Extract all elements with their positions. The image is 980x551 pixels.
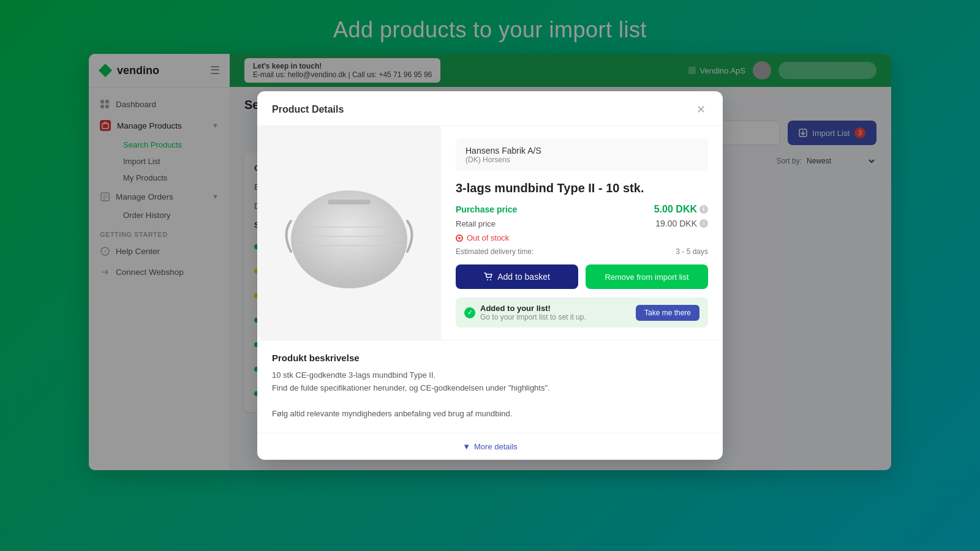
svg-point-17 — [487, 279, 488, 280]
added-title: Added to your list! — [480, 304, 586, 313]
out-of-stock-icon — [456, 234, 463, 242]
purchase-price-label: Purchase price — [456, 204, 517, 214]
modal-product-info: Hansens Fabrik A/S (DK) Horsens 3-lags m… — [441, 126, 723, 340]
added-text: Added to your list! Go to your import li… — [480, 304, 586, 321]
check-icon: ✓ — [464, 307, 475, 318]
svg-point-18 — [490, 279, 491, 280]
modal-supplier-box: Hansens Fabrik A/S (DK) Horsens — [456, 138, 708, 171]
retail-price-value: 19.00 DKK i — [655, 219, 708, 228]
svg-point-11 — [291, 190, 407, 288]
product-details-modal: Product Details ✕ — [257, 91, 723, 459]
modal-overlay[interactable]: Product Details ✕ — [0, 0, 980, 551]
retail-info-icon[interactable]: i — [699, 219, 708, 228]
remove-import-label: Remove from import list — [605, 272, 688, 282]
modal-body: Hansens Fabrik A/S (DK) Horsens 3-lags m… — [257, 126, 723, 340]
desc-text: 10 stk CE-godkendte 3-lags mundbind Type… — [272, 369, 708, 420]
modal-product-image-area — [257, 126, 441, 340]
out-of-stock-indicator: Out of stock — [456, 233, 708, 242]
remove-from-import-button[interactable]: Remove from import list — [586, 264, 708, 289]
add-to-basket-button[interactable]: Add to basket — [456, 264, 578, 289]
modal-description: Produkt beskrivelse 10 stk CE-godkendte … — [257, 340, 723, 432]
more-details-button[interactable]: ▼ More details — [257, 433, 723, 460]
svg-rect-15 — [328, 200, 371, 204]
modal-product-title: 3-lags mundbind Type II - 10 stk. — [456, 181, 708, 195]
delivery-value: 3 - 5 days — [676, 247, 708, 256]
take-me-there-button[interactable]: Take me there — [636, 305, 699, 321]
basket-icon — [484, 272, 492, 281]
chevron-down-icon: ▼ — [462, 442, 470, 451]
purchase-price-row: Purchase price 5.00 DKK i — [456, 204, 708, 215]
svg-point-16 — [458, 237, 461, 239]
modal-close-button[interactable]: ✕ — [693, 102, 708, 117]
added-left: ✓ Added to your list! Go to your import … — [464, 304, 586, 321]
purchase-info-icon[interactable]: i — [699, 205, 708, 214]
delivery-row: Estimated delivery time: 3 - 5 days — [456, 247, 708, 256]
delivery-label: Estimated delivery time: — [456, 247, 533, 256]
more-details-label: More details — [474, 442, 518, 451]
add-to-basket-label: Add to basket — [497, 272, 550, 282]
retail-price-label: Retail price — [456, 219, 496, 228]
retail-price-row: Retail price 19.00 DKK i — [456, 219, 708, 228]
purchase-price-value: 5.00 DKK i — [654, 204, 708, 215]
modal-supplier-location: (DK) Horsens — [466, 156, 698, 164]
added-to-list-banner: ✓ Added to your list! Go to your import … — [456, 298, 708, 328]
modal-supplier-name: Hansens Fabrik A/S — [466, 146, 698, 156]
modal-header: Product Details ✕ — [257, 91, 723, 126]
out-of-stock-label: Out of stock — [467, 233, 509, 242]
modal-title: Product Details — [272, 104, 344, 115]
desc-title: Produkt beskrivelse — [272, 353, 708, 363]
added-subtitle: Go to your import list to set it up. — [480, 313, 586, 321]
product-image-mask — [276, 166, 423, 301]
action-buttons: Add to basket Remove from import list — [456, 264, 708, 289]
